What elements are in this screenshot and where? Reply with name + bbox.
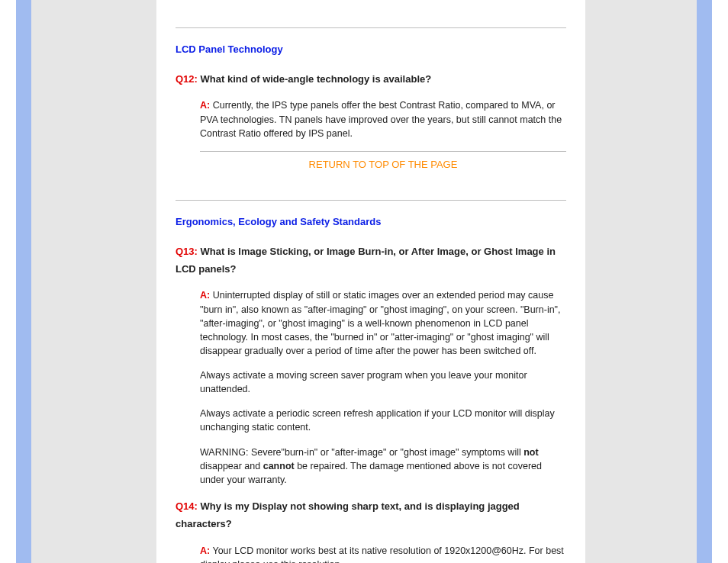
section-heading-ergo: Ergonomics, Ecology and Safety Standards [176, 216, 566, 227]
return-to-top-link[interactable]: RETURN TO TOP OF THE PAGE [200, 158, 566, 172]
a-paragraph: Always activate a moving screen saver pr… [200, 368, 566, 396]
blue-border-right [697, 0, 712, 563]
section-heading-lcd: LCD Panel Technology [176, 43, 566, 55]
gray-gutter-left [31, 0, 156, 563]
return-link-text[interactable]: RETURN TO TOP OF THE PAGE [309, 159, 458, 170]
a-label: A: [200, 290, 210, 301]
content-frame: LCD Panel Technology Q12: What kind of w… [16, 0, 712, 563]
a-text: Currently, the IPS type panels offer the… [200, 100, 562, 138]
answer-q14: A: Your LCD monitor works best at its na… [200, 544, 566, 563]
question-q13: Q13: What is Image Sticking, or Image Bu… [176, 243, 566, 278]
a-text: Your LCD monitor works best at its nativ… [200, 545, 564, 563]
a-label: A: [200, 100, 210, 111]
answer-q13: A: Uninterrupted display of still or sta… [200, 288, 566, 487]
q-text: What kind of wide-angle technology is av… [201, 73, 432, 85]
q-text: Why is my Display not showing sharp text… [176, 500, 520, 529]
gray-gutter-right [585, 0, 697, 563]
a-warning: WARNING: Severe"burn-in" or "after-image… [200, 446, 566, 487]
q-label: Q14: [176, 500, 198, 512]
question-q12: Q12: What kind of wide-angle technology … [176, 70, 566, 88]
a-label: A: [200, 545, 210, 556]
section-divider [176, 27, 566, 28]
answer-q12: A: Currently, the IPS type panels offer … [200, 98, 566, 172]
answer-divider [200, 151, 566, 152]
page-frame: LCD Panel Technology Q12: What kind of w… [0, 0, 728, 563]
main-content: LCD Panel Technology Q12: What kind of w… [156, 0, 585, 563]
a-text: Uninterrupted display of still or static… [200, 290, 561, 356]
q-label: Q13: [176, 246, 198, 257]
section-divider [176, 200, 566, 201]
blue-border-left [16, 0, 31, 563]
q-label: Q12: [176, 73, 198, 85]
a-paragraph: Always activate a periodic screen refres… [200, 407, 566, 434]
q-text: What is Image Sticking, or Image Burn-in… [176, 246, 556, 275]
question-q14: Q14: Why is my Display not showing sharp… [176, 497, 566, 533]
